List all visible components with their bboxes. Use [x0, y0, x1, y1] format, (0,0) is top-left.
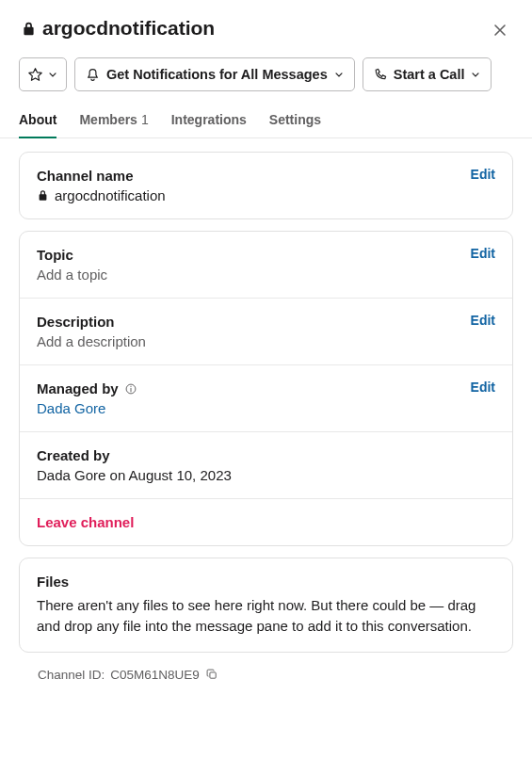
phone-icon — [373, 67, 388, 82]
tab-integrations[interactable]: Integrations — [171, 106, 247, 138]
channel-name-label: Channel name — [37, 168, 495, 184]
lock-icon — [37, 189, 49, 202]
start-call-button[interactable]: Start a Call — [363, 57, 492, 91]
description-value: Add a description — [37, 333, 495, 349]
bell-icon — [85, 67, 101, 83]
edit-channel-name[interactable]: Edit — [471, 167, 495, 182]
tabs: About Members 1 Integrations Settings — [0, 106, 532, 138]
chevron-down-icon — [470, 69, 481, 80]
topic-label: Topic — [37, 247, 495, 263]
tab-members[interactable]: Members 1 — [79, 106, 148, 138]
edit-managed-by[interactable]: Edit — [471, 380, 495, 395]
tab-about[interactable]: About — [19, 106, 56, 138]
close-button[interactable] — [487, 17, 513, 46]
files-body: There aren't any files to see here right… — [37, 595, 495, 637]
chevron-down-icon — [47, 69, 58, 80]
channel-id-value: C05M61N8UE9 — [110, 668, 200, 682]
channel-name-value: argocdnotification — [37, 187, 495, 203]
lock-icon — [21, 21, 37, 37]
files-label: Files — [37, 574, 495, 590]
notifications-label: Get Notifications for All Messages — [106, 67, 328, 82]
star-button[interactable] — [19, 57, 67, 91]
topic-value: Add a topic — [37, 267, 495, 283]
files-card: Files There aren't any files to see here… — [19, 558, 513, 653]
leave-channel[interactable]: Leave channel — [37, 514, 134, 530]
created-by-value: Dada Gore on August 10, 2023 — [37, 467, 495, 483]
channel-title: argocdnotification — [21, 17, 215, 40]
channel-id: Channel ID: C05M61N8UE9 — [19, 664, 513, 708]
channel-name-card: Channel name argocdnotification Edit — [19, 152, 513, 219]
notifications-button[interactable]: Get Notifications for All Messages — [74, 57, 355, 91]
start-call-label: Start a Call — [394, 67, 465, 82]
svg-rect-1 — [210, 672, 216, 678]
close-icon — [491, 21, 509, 40]
copy-icon[interactable] — [205, 668, 218, 681]
chevron-down-icon — [333, 69, 345, 80]
edit-topic[interactable]: Edit — [471, 246, 495, 261]
star-icon — [27, 67, 43, 83]
info-icon[interactable] — [124, 382, 137, 396]
edit-description[interactable]: Edit — [471, 313, 495, 328]
tab-settings[interactable]: Settings — [269, 106, 321, 138]
details-card: Topic Add a topic Edit Description Add a… — [19, 231, 513, 546]
managed-by-value[interactable]: Dada Gore — [37, 400, 495, 416]
description-label: Description — [37, 314, 495, 330]
managed-by-label: Managed by — [37, 380, 495, 396]
channel-title-text: argocdnotification — [42, 17, 215, 40]
created-by-label: Created by — [37, 447, 495, 463]
